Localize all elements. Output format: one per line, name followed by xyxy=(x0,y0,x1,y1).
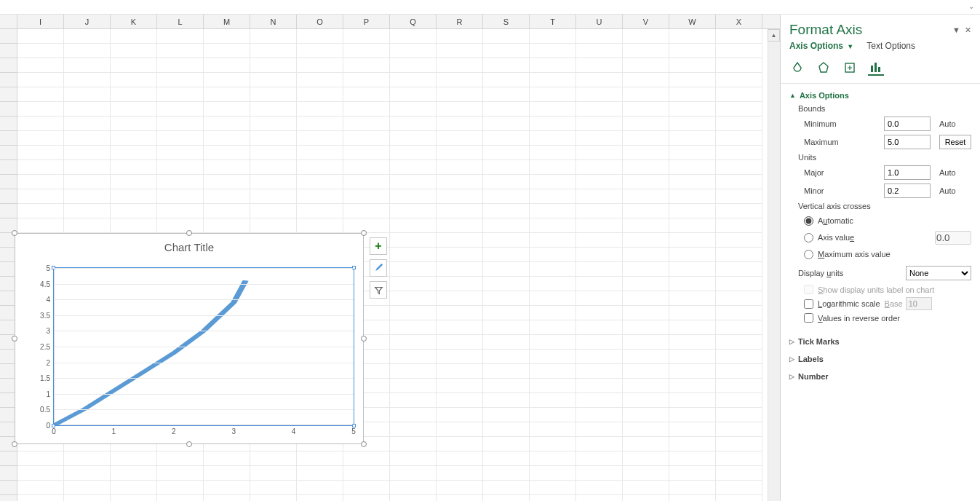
cell[interactable] xyxy=(297,102,343,117)
cell[interactable] xyxy=(669,29,716,44)
cell[interactable] xyxy=(390,29,437,44)
cell[interactable] xyxy=(343,102,390,117)
cell[interactable] xyxy=(343,189,390,204)
cell[interactable] xyxy=(483,364,530,379)
cell[interactable] xyxy=(343,175,390,189)
cell[interactable] xyxy=(64,218,111,233)
cell[interactable] xyxy=(530,364,576,379)
cell[interactable] xyxy=(669,131,716,146)
cell[interactable] xyxy=(204,160,250,175)
cell[interactable] xyxy=(716,291,762,306)
cell[interactable] xyxy=(483,58,530,73)
cell[interactable] xyxy=(204,451,250,466)
cell[interactable] xyxy=(530,422,576,437)
cell[interactable] xyxy=(17,58,64,73)
cell[interactable] xyxy=(204,117,250,131)
chart-filter-button[interactable] xyxy=(370,281,387,299)
cell[interactable] xyxy=(576,248,623,262)
cell[interactable] xyxy=(343,29,390,44)
cell[interactable] xyxy=(64,495,111,501)
cell[interactable] xyxy=(483,29,530,44)
cell[interactable] xyxy=(204,218,250,233)
cell[interactable] xyxy=(250,44,297,58)
cell[interactable] xyxy=(669,87,716,102)
cell[interactable] xyxy=(17,218,64,233)
cell[interactable] xyxy=(64,160,111,175)
cell[interactable] xyxy=(437,87,483,102)
cell[interactable] xyxy=(483,189,530,204)
cell[interactable] xyxy=(483,248,530,262)
cell[interactable] xyxy=(157,451,204,466)
cell[interactable] xyxy=(716,408,762,422)
cell[interactable] xyxy=(390,350,437,364)
cell[interactable] xyxy=(530,189,576,204)
display-units-select[interactable]: None xyxy=(906,266,971,280)
cell[interactable] xyxy=(297,451,343,466)
cell[interactable] xyxy=(111,117,157,131)
cell[interactable] xyxy=(716,379,762,393)
row-header[interactable] xyxy=(0,87,17,102)
cell[interactable] xyxy=(437,117,483,131)
cell[interactable] xyxy=(483,160,530,175)
cell[interactable] xyxy=(17,73,64,87)
cell[interactable] xyxy=(343,451,390,466)
col-header[interactable]: N xyxy=(250,15,297,28)
cell[interactable] xyxy=(437,248,483,262)
cell[interactable] xyxy=(530,393,576,408)
cell[interactable] xyxy=(623,175,669,189)
cell[interactable] xyxy=(716,277,762,291)
cell[interactable] xyxy=(390,408,437,422)
row-header[interactable] xyxy=(0,44,17,58)
col-header[interactable]: J xyxy=(64,15,111,28)
cell[interactable] xyxy=(17,189,64,204)
cell[interactable] xyxy=(111,218,157,233)
cell[interactable] xyxy=(483,131,530,146)
cell[interactable] xyxy=(716,481,762,495)
cell[interactable] xyxy=(530,87,576,102)
cell[interactable] xyxy=(390,248,437,262)
cell[interactable] xyxy=(483,451,530,466)
resize-handle-icon[interactable] xyxy=(186,230,192,236)
cell[interactable] xyxy=(530,204,576,218)
cell[interactable] xyxy=(111,160,157,175)
cell[interactable] xyxy=(483,233,530,248)
cell[interactable] xyxy=(111,189,157,204)
cell[interactable] xyxy=(623,131,669,146)
cell[interactable] xyxy=(250,466,297,481)
cell[interactable] xyxy=(623,393,669,408)
reverse-order-row[interactable]: Values in reverse order xyxy=(804,313,971,323)
cell[interactable] xyxy=(669,408,716,422)
cell[interactable] xyxy=(343,117,390,131)
cell[interactable] xyxy=(716,350,762,364)
cell[interactable] xyxy=(623,58,669,73)
cell[interactable] xyxy=(111,131,157,146)
cell[interactable] xyxy=(297,44,343,58)
cell[interactable] xyxy=(530,29,576,44)
cell[interactable] xyxy=(576,335,623,350)
cell[interactable] xyxy=(64,102,111,117)
cell[interactable] xyxy=(669,291,716,306)
cell[interactable] xyxy=(576,160,623,175)
cell[interactable] xyxy=(157,87,204,102)
row-header[interactable] xyxy=(0,451,17,466)
col-header[interactable]: M xyxy=(204,15,250,28)
cell[interactable] xyxy=(530,291,576,306)
cell[interactable] xyxy=(530,73,576,87)
effects-icon[interactable] xyxy=(816,60,832,76)
cell[interactable] xyxy=(17,175,64,189)
embedded-chart[interactable]: Chart Title 00.511.522.533.544.55012345 xyxy=(15,233,364,444)
cell[interactable] xyxy=(157,466,204,481)
cell[interactable] xyxy=(576,306,623,320)
cell[interactable] xyxy=(623,233,669,248)
cell[interactable] xyxy=(623,262,669,277)
cell[interactable] xyxy=(669,364,716,379)
row-header[interactable] xyxy=(0,481,17,495)
cell[interactable] xyxy=(623,451,669,466)
cell[interactable] xyxy=(576,393,623,408)
cell[interactable] xyxy=(390,393,437,408)
cell[interactable] xyxy=(576,204,623,218)
cell[interactable] xyxy=(297,175,343,189)
cell[interactable] xyxy=(576,350,623,364)
chart-elements-button[interactable]: + xyxy=(370,237,387,255)
cell[interactable] xyxy=(390,481,437,495)
